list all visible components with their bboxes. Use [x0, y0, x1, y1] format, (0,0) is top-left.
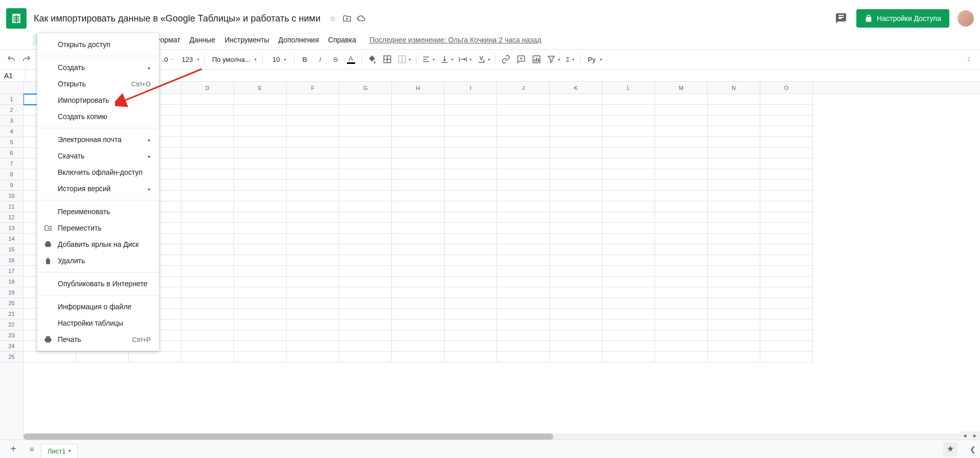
cell[interactable]	[602, 330, 655, 341]
cell[interactable]	[339, 309, 392, 319]
strikethrough-button[interactable]: S	[329, 52, 343, 66]
cell[interactable]	[339, 116, 392, 126]
cell[interactable]	[392, 105, 445, 116]
cell[interactable]	[181, 352, 234, 362]
text-rotation-button[interactable]	[475, 52, 492, 66]
file-menu-details[interactable]: Информация о файле	[37, 299, 159, 315]
cell[interactable]	[234, 277, 287, 287]
cell[interactable]	[760, 330, 813, 341]
vertical-align-button[interactable]	[438, 52, 455, 66]
cell[interactable]	[550, 180, 602, 191]
cell[interactable]	[234, 266, 287, 277]
cell[interactable]	[497, 180, 550, 191]
cell[interactable]	[287, 341, 339, 352]
cell[interactable]	[445, 309, 497, 319]
cell[interactable]	[181, 298, 234, 309]
cell[interactable]	[602, 255, 655, 266]
cell[interactable]	[181, 180, 234, 191]
cell[interactable]	[602, 158, 655, 169]
menu-data[interactable]: Данные	[185, 34, 220, 46]
row-header[interactable]: 19	[0, 287, 23, 298]
row-header[interactable]: 14	[0, 234, 23, 244]
cell[interactable]	[708, 298, 760, 309]
cell[interactable]	[655, 180, 708, 191]
cell[interactable]	[497, 137, 550, 148]
cell[interactable]	[655, 234, 708, 244]
cell[interactable]	[287, 169, 339, 180]
cell[interactable]	[655, 341, 708, 352]
cell[interactable]	[445, 255, 497, 266]
cell[interactable]	[339, 266, 392, 277]
cell[interactable]	[234, 309, 287, 319]
file-menu-new[interactable]: Создать▸	[37, 59, 159, 76]
move-to-folder-icon[interactable]	[342, 13, 352, 24]
cell[interactable]	[181, 277, 234, 287]
cell[interactable]	[339, 352, 392, 362]
cell[interactable]	[392, 266, 445, 277]
cell[interactable]	[234, 180, 287, 191]
account-avatar[interactable]	[958, 10, 974, 27]
undo-button[interactable]	[4, 52, 18, 66]
horizontal-scrollbar-thumb[interactable]	[24, 433, 553, 440]
cell[interactable]	[181, 341, 234, 352]
borders-button[interactable]	[380, 52, 394, 66]
cell[interactable]	[602, 201, 655, 212]
cell[interactable]	[287, 244, 339, 255]
cell[interactable]	[445, 319, 497, 330]
menu-tools[interactable]: Инструменты	[220, 34, 273, 46]
insert-chart-button[interactable]	[529, 52, 544, 66]
cell[interactable]	[392, 319, 445, 330]
cell[interactable]	[708, 180, 760, 191]
cell[interactable]	[602, 319, 655, 330]
cell[interactable]	[392, 277, 445, 287]
sheets-logo[interactable]	[6, 8, 27, 29]
file-menu-version-history[interactable]: История версий▸	[37, 180, 159, 197]
cell[interactable]	[760, 223, 813, 234]
side-panel-toggle[interactable]: ❮	[970, 445, 976, 453]
cell[interactable]	[445, 137, 497, 148]
cell[interactable]	[392, 137, 445, 148]
all-sheets-button[interactable]: ≡	[22, 440, 41, 459]
cell[interactable]	[655, 126, 708, 137]
cell[interactable]	[497, 212, 550, 223]
sheet-tab[interactable]: Лист1 ▾	[41, 444, 78, 458]
cell[interactable]	[287, 201, 339, 212]
cell[interactable]	[445, 330, 497, 341]
cell[interactable]	[760, 116, 813, 126]
cell[interactable]	[760, 319, 813, 330]
name-box[interactable]: A1	[0, 70, 26, 81]
cell[interactable]	[339, 234, 392, 244]
fill-color-button[interactable]	[365, 52, 379, 66]
cell[interactable]	[497, 341, 550, 352]
row-header[interactable]: 13	[0, 223, 23, 234]
cell[interactable]	[497, 298, 550, 309]
cell[interactable]	[497, 352, 550, 362]
cell[interactable]	[287, 180, 339, 191]
cell[interactable]	[602, 341, 655, 352]
column-header[interactable]: D	[181, 82, 234, 94]
cell[interactable]	[339, 169, 392, 180]
sheet-tab-menu-icon[interactable]: ▾	[68, 448, 71, 453]
cell[interactable]	[760, 298, 813, 309]
cell[interactable]	[497, 309, 550, 319]
cell[interactable]	[760, 212, 813, 223]
cell[interactable]	[550, 169, 602, 180]
cell[interactable]	[445, 234, 497, 244]
cell[interactable]	[287, 255, 339, 266]
cell[interactable]	[760, 266, 813, 277]
cell[interactable]	[550, 330, 602, 341]
cell[interactable]	[287, 309, 339, 319]
cell[interactable]	[655, 266, 708, 277]
cell[interactable]	[392, 201, 445, 212]
cell[interactable]	[497, 255, 550, 266]
cell[interactable]	[339, 287, 392, 298]
cell[interactable]	[392, 341, 445, 352]
cell[interactable]	[655, 287, 708, 298]
cell[interactable]	[708, 116, 760, 126]
explore-button[interactable]	[943, 442, 958, 456]
cell[interactable]	[760, 191, 813, 201]
cell[interactable]	[760, 244, 813, 255]
cell[interactable]	[550, 201, 602, 212]
row-header[interactable]: 21	[0, 309, 23, 319]
bold-button[interactable]: B	[298, 52, 312, 66]
